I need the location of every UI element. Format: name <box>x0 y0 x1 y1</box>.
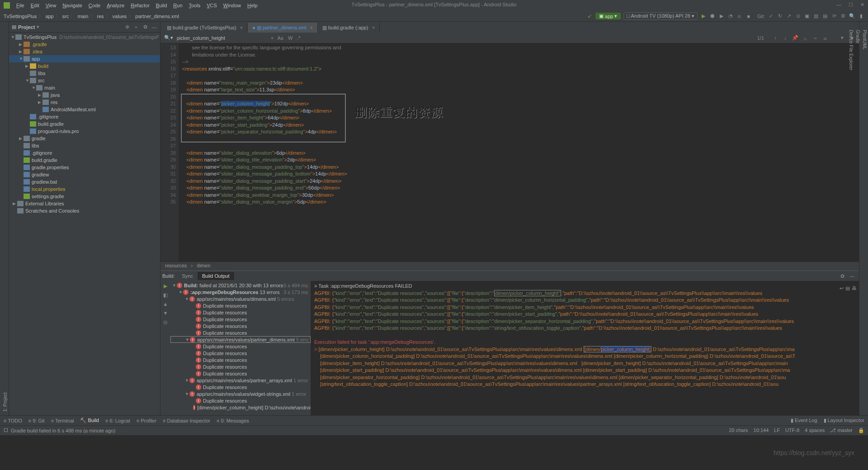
regex-icon[interactable]: .* <box>297 35 300 41</box>
git-commit-icon[interactable]: ↻ <box>777 13 783 19</box>
tree-row[interactable]: build.gradle <box>9 120 160 128</box>
tree-row[interactable]: Scratches and Consoles <box>9 207 160 214</box>
tree-row[interactable]: proguard-rules.pro <box>9 128 160 135</box>
menu-refactor[interactable]: Refactor <box>128 2 152 9</box>
tree-row[interactable]: local.properties <box>9 185 160 193</box>
build-row[interactable]: !Duplicate resources <box>170 316 311 323</box>
bottom-item[interactable]: 🔨 Build <box>80 418 99 423</box>
add-selection-icon[interactable]: ⎃ <box>812 35 818 41</box>
status-lock-icon[interactable]: 🔒 <box>858 427 864 433</box>
status-indent[interactable]: 4 spaces <box>805 427 825 433</box>
tree-row[interactable]: gradlew.bat <box>9 178 160 185</box>
build-tab-output[interactable]: Build Output <box>198 272 234 280</box>
expand-icon[interactable]: ▲ <box>162 301 169 307</box>
settings-icon[interactable]: ⚙ <box>840 13 846 19</box>
bottom-item[interactable]: ≡ 9: Git <box>28 418 45 423</box>
menu-file[interactable]: File <box>14 2 27 9</box>
tree-row[interactable]: ▶res <box>9 99 160 106</box>
left-tab[interactable]: 1: Project <box>2 26 9 415</box>
git-update-icon[interactable]: ✓ <box>768 13 774 19</box>
bottom-item[interactable]: ≡ 0: Messages <box>217 418 249 423</box>
structure-icon[interactable]: ▤ <box>822 13 828 19</box>
rerun-icon[interactable]: ▶ <box>162 283 169 289</box>
avd-icon[interactable]: ▣ <box>804 13 810 19</box>
breadcrumb-item[interactable]: src <box>62 14 69 19</box>
tree-row[interactable]: ▼src <box>9 77 160 84</box>
build-output[interactable]: > Task :app:mergeDebugResources FAILED A… <box>311 281 859 415</box>
tree-root[interactable]: ▼TvSettingsPlusD:\szhou\note\android_01\… <box>9 33 160 41</box>
menu-code[interactable]: Code <box>86 2 103 9</box>
tree-row[interactable]: ▶build <box>9 62 160 70</box>
sync-icon[interactable]: ↙ <box>586 13 593 19</box>
project-view-label[interactable]: Project <box>18 24 35 30</box>
pin-icon[interactable]: 📌 <box>792 35 798 41</box>
maximize-icon[interactable]: ☐ <box>849 2 853 8</box>
bottom-item[interactable]: ≡ Terminal <box>51 418 74 423</box>
bottom-item[interactable]: ≡ TODO <box>4 418 22 423</box>
filter-warn-icon[interactable]: ◧ <box>162 292 169 298</box>
sync2-icon[interactable]: ⟳ <box>831 13 837 19</box>
tree-row[interactable]: ▼app <box>9 55 160 62</box>
breadcrumb-item[interactable]: partner_dimens.xml <box>135 14 179 19</box>
status-branch[interactable]: ⎇ master <box>830 427 853 433</box>
build-row[interactable]: ▼!app/src/main/res/values/widget-strings… <box>170 390 311 397</box>
tree-row[interactable]: libs <box>9 70 160 77</box>
breadcrumb-item[interactable]: app <box>45 14 53 19</box>
tree-row[interactable]: AndroidManifest.xml <box>9 106 160 113</box>
print-icon[interactable]: 🖶 <box>851 285 857 292</box>
help-icon[interactable]: ▮ <box>858 13 864 19</box>
tree-row[interactable]: libs <box>9 142 160 149</box>
select-all-icon[interactable]: ⎁ <box>802 35 808 41</box>
build-row[interactable]: !Duplicate resources <box>170 343 311 350</box>
case-icon[interactable]: Aa <box>277 35 283 41</box>
tree-row[interactable]: ▶java <box>9 91 160 99</box>
build-row[interactable]: !Duplicate resources <box>170 363 311 370</box>
menu-edit[interactable]: Edit <box>28 2 42 9</box>
build-row[interactable]: ![dimen/picker_column_height] D:\szhou\n… <box>170 404 311 411</box>
attach-icon[interactable]: ⎋ <box>736 13 743 19</box>
build-row[interactable]: !Duplicate resources <box>170 384 311 390</box>
menu-window[interactable]: Window <box>221 2 244 9</box>
editor-tab[interactable]: ▥ build.gradle (:app)× <box>318 23 380 33</box>
git-history-icon[interactable]: ⊙ <box>795 13 801 19</box>
run-icon[interactable]: ▶ <box>700 13 707 19</box>
build-tab-sync[interactable]: Sync <box>178 272 198 280</box>
bottom-item[interactable]: ≡ Profiler <box>137 418 156 423</box>
debug-icon[interactable]: ⬢ <box>709 13 716 19</box>
status-line-sep[interactable]: LF <box>774 427 780 433</box>
tab-close-icon[interactable]: × <box>372 25 375 30</box>
tab-close-icon[interactable]: × <box>310 25 312 30</box>
build-row[interactable]: !Duplicate resources <box>170 370 311 377</box>
tree-row[interactable]: settings.gradle <box>9 193 160 200</box>
prev-match-icon[interactable]: ↑ <box>772 35 778 41</box>
build-row[interactable]: !Duplicate resources <box>170 309 311 316</box>
menu-analyze[interactable]: Analyze <box>104 2 127 9</box>
build-row[interactable]: !Duplicate resources <box>170 356 311 363</box>
tree-row[interactable]: ▶.idea <box>9 48 160 55</box>
find-input[interactable] <box>177 35 267 41</box>
build-row[interactable]: ▼!app/src/main/res/values/partner_arrays… <box>170 377 311 384</box>
project-tree[interactable]: ▼TvSettingsPlusD:\szhou\note\android_01\… <box>9 33 160 415</box>
status-encoding[interactable]: UTF-8 <box>785 427 799 433</box>
status-icon[interactable]: ☐ <box>4 427 8 433</box>
bottom-item-right[interactable]: ▮ Layout Inspector <box>824 418 864 423</box>
tree-row[interactable]: .gitignore <box>9 149 160 157</box>
editor-tab[interactable]: ● ▥ partner_dimens.xml× <box>248 23 318 33</box>
filter-icon[interactable]: ▾ <box>839 35 845 41</box>
build-row[interactable]: ▼!app/src/main/res/values/partner_dimens… <box>170 336 311 343</box>
bottom-item[interactable]: ≡ Database Inspector <box>163 418 210 423</box>
breadcrumb-item[interactable]: res <box>97 14 104 19</box>
tree-row[interactable]: ▼main <box>9 84 160 91</box>
build-row[interactable]: ▼!Build: failed at 2021/6/1 20:30 with 1… <box>170 282 311 289</box>
git-push-icon[interactable]: ↗ <box>786 13 792 19</box>
scroll-from-source-icon[interactable]: ⊕ <box>124 24 130 30</box>
remove-selection-icon[interactable]: ⎄ <box>822 35 828 41</box>
status-position[interactable]: 10:144 <box>754 427 769 433</box>
build-row[interactable]: !Duplicate resources <box>170 329 311 336</box>
menu-view[interactable]: View <box>43 2 59 9</box>
soft-wrap-icon[interactable]: ↩ <box>838 285 844 292</box>
bottom-item[interactable]: ≡ 6: Logcat <box>105 418 130 423</box>
breadcrumb-item[interactable]: values <box>113 14 127 19</box>
build-row[interactable]: !Duplicate resources <box>170 397 311 404</box>
menu-run[interactable]: Run <box>170 2 185 9</box>
